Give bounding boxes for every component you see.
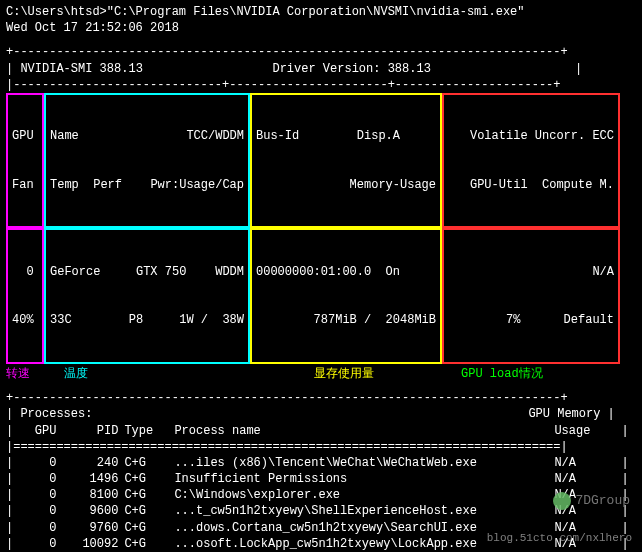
driver-version: Driver Version: 388.13	[272, 61, 430, 77]
watermark-group: 7DGroup	[553, 492, 630, 510]
smi-version: NVIDIA-SMI 388.13	[20, 61, 142, 77]
processes-header: | Processes: GPU Memory |	[6, 406, 636, 422]
gpu-fan-values: 0 40%	[6, 228, 44, 364]
divider: +---------------------------------------…	[6, 390, 636, 406]
fan-speed-label: 转速	[6, 366, 46, 382]
volatile-util-values: N/A 7% Default	[442, 228, 620, 364]
divider-top: +---------------------------------------…	[6, 44, 636, 60]
temperature-label: 温度	[46, 366, 246, 382]
volatile-util-header: Volatile Uncorr. ECC GPU-Util Compute M.	[442, 93, 620, 229]
processes-columns: | GPU PID Type Process name Usage |	[6, 423, 636, 439]
command-prompt: C:\Users\htsd>"C:\Program Files\NVIDIA C…	[6, 4, 636, 20]
name-temp-header: Name TCC/WDDM Temp Perf Pwr:Usage/Cap	[44, 93, 250, 229]
gpu-load-label: GPU load情况	[441, 366, 619, 382]
column-headers: GPU Fan Name TCC/WDDM Temp Perf Pwr:Usag…	[6, 93, 636, 229]
version-header: | NVIDIA-SMI 388.13 Driver Version: 388.…	[6, 61, 636, 77]
annotation-labels: 转速 温度 显存使用量 GPU load情况	[6, 364, 636, 382]
watermark-url: blog.51cto.com/nxlhero	[487, 531, 632, 546]
watermark-text: 7DGroup	[575, 492, 630, 510]
divider: |-----------------------------+---------…	[6, 77, 636, 93]
gpu-values-row: 0 40% GeForce GTX 750 WDDM 33C P8 1W / 3…	[6, 228, 636, 364]
gpu-fan-header: GPU Fan	[6, 93, 44, 229]
process-row: | 09600C+G...t_cw5n1h2txyewy\ShellExperi…	[6, 503, 636, 519]
memory-usage-label: 显存使用量	[246, 366, 441, 382]
busid-memory-header: Bus-Id Disp.A Memory-Usage	[250, 93, 442, 229]
wechat-icon	[553, 492, 571, 510]
terminal-output: C:\Users\htsd>"C:\Program Files\NVIDIA C…	[0, 0, 642, 552]
timestamp: Wed Oct 17 21:52:06 2018	[6, 20, 636, 36]
name-temp-values: GeForce GTX 750 WDDM 33C P8 1W / 38W	[44, 228, 250, 364]
process-row: | 08100C+GC:\Windows\explorer.exeN/A |	[6, 487, 636, 503]
divider: |=======================================…	[6, 439, 636, 455]
process-row: | 01496C+GInsufficient PermissionsN/A |	[6, 471, 636, 487]
process-row: | 0240C+G...iles (x86)\Tencent\WeChat\We…	[6, 455, 636, 471]
busid-memory-values: 00000000:01:00.0 On 787MiB / 2048MiB	[250, 228, 442, 364]
